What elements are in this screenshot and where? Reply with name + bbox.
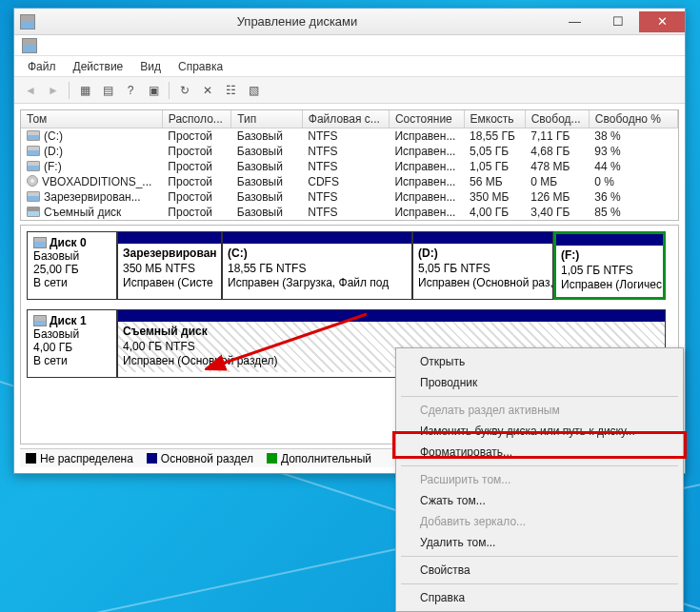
partition[interactable]: (D:)5,05 ГБ NTFSИсправен (Основной раз, <box>412 231 553 300</box>
properties-icon[interactable]: ☷ <box>220 80 241 101</box>
refresh-icon[interactable]: ↻ <box>174 80 195 101</box>
volume-icon <box>27 175 38 187</box>
col-free[interactable]: Свобод... <box>525 110 589 128</box>
ctx-extend: Расширить том... <box>399 469 680 490</box>
table-row[interactable]: (D:)ПростойБазовыйNTFSИсправен...5,05 ГБ… <box>21 144 678 159</box>
col-volume[interactable]: Том <box>21 110 162 128</box>
ctx-change-letter[interactable]: Изменить букву диска или путь к диску... <box>399 421 680 442</box>
ctx-delete[interactable]: Удалить том... <box>399 532 680 553</box>
view-grid-icon[interactable]: ▦ <box>74 80 95 101</box>
forward-button: ► <box>43 80 64 101</box>
ctx-help[interactable]: Справка <box>399 587 680 608</box>
disk-label[interactable]: Диск 1Базовый4,00 ГБВ сети <box>27 309 117 378</box>
ctx-make-active: Сделать раздел активным <box>399 400 680 421</box>
delete-icon[interactable]: ✕ <box>197 80 218 101</box>
partition-header <box>118 232 221 244</box>
col-layout[interactable]: Располо... <box>162 110 230 128</box>
action-icon[interactable]: ▧ <box>243 80 264 101</box>
volume-icon <box>27 207 40 217</box>
help-icon[interactable]: ? <box>120 80 141 101</box>
legend-primary-swatch <box>147 453 157 464</box>
legend-extended-swatch <box>267 453 277 464</box>
settings-icon[interactable]: ▣ <box>143 80 164 101</box>
table-row[interactable]: VBOXADDITIONS_...ПростойБазовыйCDFSИспра… <box>21 174 678 189</box>
disk-label[interactable]: Диск 0Базовый25,00 ГБВ сети <box>27 231 117 300</box>
volume-icon <box>27 161 40 171</box>
col-status[interactable]: Состояние <box>389 110 464 128</box>
volume-icon <box>27 146 40 156</box>
legend-extended-label: Дополнительный <box>281 452 371 465</box>
ctx-explorer[interactable]: Проводник <box>399 372 680 393</box>
partition-header <box>223 232 411 244</box>
table-row[interactable]: (C:)ПростойБазовыйNTFSИсправен...18,55 Г… <box>21 128 678 145</box>
close-button[interactable]: ✕ <box>639 11 685 32</box>
col-pct[interactable]: Свободно % <box>589 110 677 128</box>
menu-file[interactable]: Файл <box>20 58 64 75</box>
menu-view[interactable]: Вид <box>132 58 169 75</box>
legend-primary-label: Основной раздел <box>161 452 253 465</box>
menubar: Файл Действие Вид Справка <box>14 56 685 77</box>
ctx-properties[interactable]: Свойства <box>399 560 680 581</box>
legend-unalloc-label: Не распределена <box>40 452 133 465</box>
volume-icon <box>27 130 40 141</box>
table-row[interactable]: (F:)ПростойБазовыйNTFSИсправен...1,05 ГБ… <box>21 159 678 174</box>
app-icon <box>20 14 35 30</box>
partition[interactable]: Зарезервирован350 МБ NTFSИсправен (Систе <box>117 231 222 300</box>
partition[interactable]: (C:)18,55 ГБ NTFSИсправен (Загрузка, Фай… <box>222 231 412 300</box>
table-row[interactable]: Съемный дискПростойБазовыйNTFSИсправен..… <box>21 205 678 220</box>
menu-help[interactable]: Справка <box>170 58 230 75</box>
app-small-icon <box>22 38 37 53</box>
partition-header <box>556 234 663 246</box>
disk-row: Диск 0Базовый25,00 ГБВ сетиЗарезервирова… <box>27 231 672 300</box>
maximize-button[interactable]: ☐ <box>596 11 639 32</box>
disk-icon <box>33 315 47 326</box>
view-list-icon[interactable]: ▤ <box>97 80 118 101</box>
partition-header <box>118 310 665 322</box>
disk-icon <box>33 237 47 248</box>
col-type[interactable]: Тип <box>231 110 303 128</box>
ctx-mirror: Добавить зеркало... <box>399 511 680 532</box>
toolbar: ◄ ► ▦ ▤ ? ▣ ↻ ✕ ☷ ▧ <box>14 77 685 104</box>
partition-header <box>413 232 552 244</box>
menu-action[interactable]: Действие <box>66 58 131 75</box>
back-button: ◄ <box>20 80 41 101</box>
table-row[interactable]: Зарезервирован...ПростойБазовыйNTFSИспра… <box>21 189 678 205</box>
col-capacity[interactable]: Емкость <box>464 110 525 128</box>
volume-icon <box>27 191 40 202</box>
window-title: Управление дисками <box>41 14 553 29</box>
context-menu: Открыть Проводник Сделать раздел активны… <box>395 347 684 612</box>
volume-table: Том Располо... Тип Файловая с... Состоян… <box>20 109 679 221</box>
legend-unalloc-swatch <box>26 453 36 464</box>
ctx-format[interactable]: Форматировать... <box>399 442 680 463</box>
ctx-shrink[interactable]: Сжать том... <box>399 490 680 511</box>
ctx-open[interactable]: Открыть <box>399 351 680 372</box>
col-fs[interactable]: Файловая с... <box>302 110 389 128</box>
titlebar[interactable]: Управление дисками — ☐ ✕ <box>14 9 685 35</box>
minimize-button[interactable]: — <box>553 11 596 32</box>
partition[interactable]: (F:)1,05 ГБ NTFSИсправен (Логичес <box>553 231 666 300</box>
